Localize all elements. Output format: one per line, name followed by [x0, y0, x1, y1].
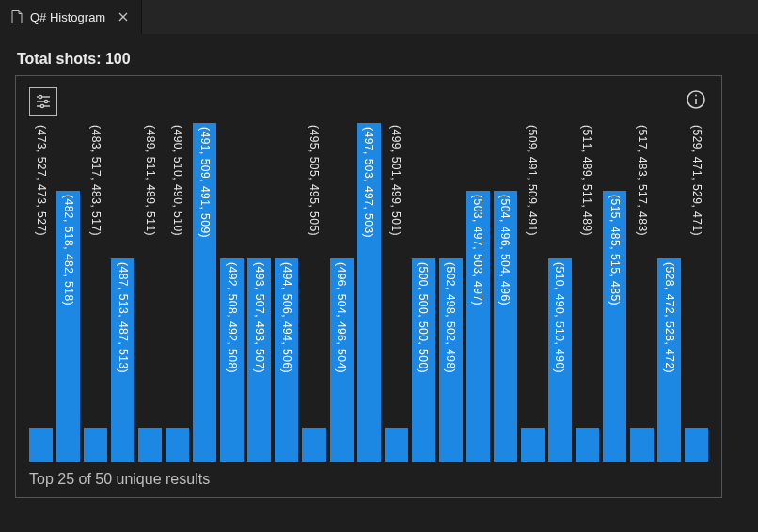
tab-qsharp-histogram[interactable]: Q# Histogram: [0, 0, 142, 34]
bar-fill: (502, 498, 502, 498): [439, 258, 463, 462]
histogram-bar[interactable]: (500, 500, 500, 500): [412, 123, 435, 462]
bar-label: (497, 503, 497, 503): [362, 127, 375, 238]
settings-button[interactable]: [29, 87, 57, 116]
bar-fill: [630, 428, 654, 462]
histogram-bar[interactable]: (509, 491, 509, 491): [521, 123, 545, 462]
bar-fill: (496, 504, 496, 504): [330, 258, 354, 462]
bar-fill: (494, 506, 494, 506): [275, 258, 298, 462]
tab-bar: Q# Histogram: [0, 0, 758, 34]
bar-label: (502, 498, 502, 498): [444, 262, 457, 373]
histogram-bar[interactable]: (482, 518, 482, 518): [56, 123, 80, 462]
bar-fill: (500, 500, 500, 500): [412, 258, 435, 462]
bar-fill: (510, 490, 510, 490): [548, 258, 572, 462]
bar-label: (499, 501, 499, 501): [389, 125, 403, 236]
histogram-bar[interactable]: (502, 498, 502, 498): [439, 123, 463, 462]
bar-fill: [685, 428, 708, 462]
bar-fill: [166, 428, 189, 462]
bar-label: (517, 483, 517, 483): [636, 125, 649, 236]
bar-fill: (487, 513, 487, 513): [111, 258, 134, 462]
bar-label: (487, 513, 487, 513): [117, 262, 130, 373]
info-button[interactable]: [684, 87, 708, 112]
bar-label: (511, 489, 511, 489): [580, 125, 593, 236]
info-icon: [685, 88, 707, 111]
histogram-bar[interactable]: (493, 507, 493, 507): [247, 123, 271, 462]
histogram-bar[interactable]: (495, 505, 495, 505): [302, 123, 325, 462]
histogram-bars: (473, 527, 473, 527)(482, 518, 482, 518)…: [29, 123, 708, 462]
svg-point-7: [40, 104, 43, 107]
close-icon: [118, 11, 129, 23]
bar-label: (493, 507, 493, 507): [253, 262, 266, 373]
svg-point-10: [695, 95, 697, 97]
bar-fill: (492, 508, 492, 508): [220, 258, 244, 462]
histogram-bar[interactable]: (491, 509, 491, 509): [193, 123, 216, 462]
bar-label: (489, 511, 489, 511): [144, 125, 157, 236]
bar-fill: (503, 497, 503, 497): [466, 191, 490, 462]
histogram-bar[interactable]: (528, 472, 528, 472): [657, 123, 681, 462]
bar-label: (503, 497, 503, 497): [471, 195, 484, 305]
bar-fill: (497, 503, 497, 503): [357, 123, 381, 462]
bar-label: (509, 491, 509, 491): [526, 125, 539, 236]
bar-fill: [576, 428, 599, 462]
svg-point-5: [44, 100, 47, 102]
svg-point-3: [39, 95, 41, 98]
bar-label: (492, 508, 492, 508): [226, 262, 239, 373]
bar-label: (473, 527, 473, 527): [35, 125, 48, 236]
histogram-bar[interactable]: (503, 497, 503, 497): [466, 123, 490, 462]
tab-title: Q# Histogram: [30, 10, 105, 24]
histogram-bar[interactable]: (487, 513, 487, 513): [111, 123, 134, 462]
total-shots-label: Total shots: 100: [17, 51, 743, 68]
bar-label: (510, 490, 510, 490): [553, 262, 566, 373]
histogram-bar[interactable]: (504, 496, 504, 496): [494, 123, 517, 462]
histogram-bar[interactable]: (489, 511, 489, 511): [138, 123, 162, 462]
bar-label: (528, 472, 528, 472): [663, 262, 676, 373]
bar-fill: [521, 428, 545, 462]
histogram-bar[interactable]: (494, 506, 494, 506): [275, 123, 298, 462]
histogram-bar[interactable]: (483, 517, 483, 517): [84, 123, 107, 462]
results-summary: Top 25 of 50 unique results: [29, 471, 210, 488]
histogram-bar[interactable]: (497, 503, 497, 503): [357, 123, 381, 462]
bar-label: (529, 471, 529, 471): [690, 125, 703, 236]
bar-fill: (515, 485, 515, 485): [603, 191, 626, 462]
bar-label: (490, 510, 490, 510): [171, 125, 184, 236]
bar-label: (495, 505, 495, 505): [308, 125, 321, 236]
bar-label: (515, 485, 515, 485): [608, 195, 622, 305]
sliders-icon: [34, 92, 53, 111]
bar-label: (496, 504, 496, 504): [335, 262, 348, 373]
bar-fill: (493, 507, 493, 507): [247, 258, 271, 462]
histogram-panel: (473, 527, 473, 527)(482, 518, 482, 518)…: [15, 75, 722, 498]
histogram-bar[interactable]: (499, 501, 499, 501): [385, 123, 408, 462]
bar-label: (482, 518, 482, 518): [62, 195, 75, 305]
bar-label: (483, 517, 483, 517): [89, 125, 103, 236]
bar-label: (500, 500, 500, 500): [417, 262, 430, 373]
histogram-bar[interactable]: (529, 471, 529, 471): [685, 123, 708, 462]
histogram-bar[interactable]: (517, 483, 517, 483): [630, 123, 654, 462]
bar-fill: [84, 428, 107, 462]
bar-fill: [138, 428, 162, 462]
bar-fill: (528, 472, 528, 472): [657, 258, 681, 462]
bar-fill: [385, 428, 408, 462]
bar-fill: (491, 509, 491, 509): [193, 123, 216, 462]
bar-fill: [29, 428, 53, 462]
tab-close-button[interactable]: [115, 8, 132, 25]
bar-fill: [302, 428, 325, 462]
bar-fill: (504, 496, 504, 496): [494, 191, 517, 462]
histogram-bar[interactable]: (515, 485, 515, 485): [603, 123, 626, 462]
histogram-bar[interactable]: (496, 504, 496, 504): [330, 123, 354, 462]
editor-body: Total shots: 100 (: [0, 34, 758, 513]
file-icon: [9, 9, 24, 24]
bar-label: (491, 509, 491, 509): [198, 127, 212, 238]
histogram-bar[interactable]: (511, 489, 511, 489): [576, 123, 599, 462]
bar-label: (494, 506, 494, 506): [280, 262, 293, 373]
histogram-bar[interactable]: (473, 527, 473, 527): [29, 123, 53, 462]
histogram-bar[interactable]: (492, 508, 492, 508): [220, 123, 244, 462]
histogram-bar[interactable]: (490, 510, 490, 510): [166, 123, 189, 462]
bar-fill: (482, 518, 482, 518): [56, 191, 80, 462]
histogram-bar[interactable]: (510, 490, 510, 490): [548, 123, 572, 462]
bar-label: (504, 496, 504, 496): [498, 195, 512, 305]
